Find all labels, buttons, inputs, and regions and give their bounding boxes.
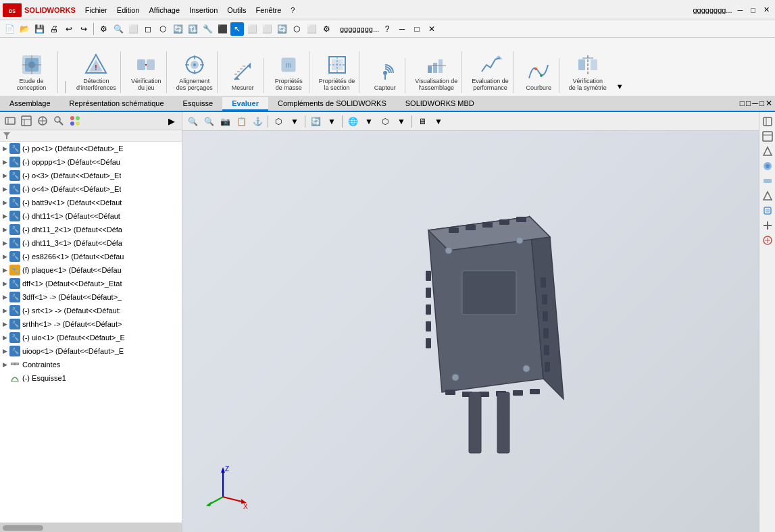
lp-icon1[interactable] bbox=[3, 113, 18, 128]
tab-minimize[interactable]: ─ bbox=[752, 99, 758, 108]
tab-complements[interactable]: Compléments de SOLIDWORKS bbox=[268, 97, 396, 111]
tab-mbd[interactable]: SOLIDWORKS MBD bbox=[396, 97, 484, 111]
qa-save[interactable]: 💾 bbox=[32, 22, 46, 36]
vp-rotate[interactable]: 🔄 bbox=[308, 114, 323, 129]
vp-icon3[interactable]: ▼ bbox=[324, 114, 339, 129]
lp-expand[interactable]: ▶ bbox=[164, 113, 179, 128]
menu-fenetre[interactable]: Fenêtre bbox=[251, 5, 285, 16]
minimize-btn[interactable]: ─ bbox=[735, 6, 746, 14]
tab-representation[interactable]: Représentation schématique bbox=[60, 97, 174, 111]
menu-insertion[interactable]: Insertion bbox=[185, 5, 222, 16]
qa-min2[interactable]: ─ bbox=[395, 22, 409, 36]
rs-icon7[interactable] bbox=[761, 204, 774, 217]
tab-assemblage[interactable]: Assemblage bbox=[0, 97, 60, 111]
qa-max2[interactable]: □ bbox=[410, 22, 424, 36]
tab-close[interactable]: ✕ bbox=[766, 99, 772, 108]
vp-icon1[interactable]: ⬡ bbox=[271, 114, 286, 129]
vp-monitor[interactable]: 🖥 bbox=[415, 114, 430, 129]
rs-icon2[interactable] bbox=[761, 130, 774, 143]
qa-3d1[interactable]: ⬜ bbox=[126, 22, 140, 36]
tab-restore[interactable]: □ bbox=[759, 99, 764, 108]
rs-icon4[interactable] bbox=[761, 159, 774, 173]
rs-icon9[interactable] bbox=[761, 234, 774, 247]
lp-icon4[interactable] bbox=[51, 113, 66, 128]
capteur-icon[interactable] bbox=[373, 59, 397, 84]
lp-icon2[interactable] bbox=[19, 113, 34, 128]
lp-icon3[interactable] bbox=[35, 113, 50, 128]
tree-item-es8266[interactable]: ▶ 🔧 (-) es8266<1> (Défaut<<Défau bbox=[0, 250, 182, 263]
vp-cam[interactable]: 📷 bbox=[218, 114, 232, 129]
vp-search2[interactable]: 🔍 bbox=[201, 114, 216, 129]
vp-icon2[interactable]: ▼ bbox=[287, 114, 302, 129]
verisym-icon[interactable] bbox=[576, 53, 600, 77]
rs-icon6[interactable] bbox=[761, 189, 774, 203]
tree-item-uio[interactable]: ▶ 🔧 (-) uio<1> (Défaut<<Défaut>_E bbox=[0, 331, 182, 344]
vp-globe[interactable]: 🌐 bbox=[345, 114, 360, 129]
qa-undo[interactable]: ↩ bbox=[62, 22, 76, 36]
tree-item-dff[interactable]: ▶ 🔧 dff<1> (Défaut<<Défaut>_Etat bbox=[0, 277, 182, 290]
mesurer-icon[interactable] bbox=[230, 59, 255, 84]
tree-item-contraintes[interactable]: ▶ Contraintes bbox=[0, 358, 182, 371]
qa-3d13[interactable]: ⚙ bbox=[320, 22, 333, 36]
tree-item-uioop[interactable]: ▶ 🔧 uioop<1> (Défaut<<Défaut>_E bbox=[0, 344, 182, 358]
qa-3d6[interactable]: 🔧 bbox=[201, 22, 214, 36]
qa-3d8[interactable]: ⬜ bbox=[245, 22, 259, 36]
qa-3d5[interactable]: 🔃 bbox=[186, 22, 199, 36]
qa-3d10[interactable]: 🔄 bbox=[275, 22, 289, 36]
menu-outils[interactable]: Outils bbox=[223, 5, 250, 16]
vp-icon4[interactable]: ▼ bbox=[361, 114, 376, 129]
evaluation-icon[interactable] bbox=[478, 53, 503, 77]
vp-render[interactable]: ⬡ bbox=[378, 114, 393, 129]
qa-3d12[interactable]: ⬜ bbox=[305, 22, 318, 36]
qa-open[interactable]: 📂 bbox=[18, 22, 31, 36]
tree-item-o3[interactable]: ▶ 🔧 (-) o<3> (Défaut<<Défaut>_Et bbox=[0, 169, 182, 182]
tree-item-srthh[interactable]: ▶ 🔧 srthh<1> -> (Défaut<<Défaut> bbox=[0, 317, 182, 331]
qa-print[interactable]: 🖨 bbox=[47, 22, 61, 36]
qa-3d3[interactable]: ⬡ bbox=[156, 22, 170, 36]
tab-expand1[interactable]: □ bbox=[740, 99, 745, 108]
tree-content[interactable]: ▶ 🔧 (-) po<1> (Défaut<<Défaut>_E ▶ 🔧 (-)… bbox=[0, 142, 182, 523]
qa-zoom[interactable]: 🔍 bbox=[111, 22, 125, 36]
maximize-btn[interactable]: □ bbox=[748, 6, 758, 14]
tree-item-dht11_2[interactable]: ▶ 🔧 (-) dht11_2<1> (Défaut<<Défa bbox=[0, 223, 182, 236]
visualisation-icon[interactable] bbox=[424, 53, 449, 77]
tree-item-esquisse1[interactable]: (-) Esquisse1 bbox=[0, 371, 182, 385]
qa-arrow[interactable]: ↖ bbox=[230, 22, 244, 36]
qa-3d7[interactable]: ⬛ bbox=[216, 22, 229, 36]
tab-esquisse[interactable]: Esquisse bbox=[174, 97, 223, 111]
courbure-icon[interactable] bbox=[526, 59, 551, 84]
vp-icon5[interactable]: ▼ bbox=[394, 114, 409, 129]
qa-3d9[interactable]: ⬜ bbox=[260, 22, 274, 36]
tree-item-dht11_3[interactable]: ▶ 🔧 (-) dht11_3<1> (Défaut<<Défa bbox=[0, 236, 182, 250]
tab-expand2[interactable]: □ bbox=[746, 99, 751, 108]
rs-icon3[interactable] bbox=[761, 144, 774, 158]
tree-item-srt[interactable]: ▶ 🔧 (-) srt<1> -> (Défaut<<Défaut: bbox=[0, 304, 182, 317]
rs-icon8[interactable] bbox=[761, 219, 774, 232]
tree-item-opppp1[interactable]: ▶ 🔧 (-) opppp<1> (Défaut<<Défau bbox=[0, 155, 182, 169]
detection-icon[interactable]: ! bbox=[84, 53, 108, 77]
vp-list[interactable]: 📋 bbox=[234, 114, 249, 129]
qa-close2[interactable]: ✕ bbox=[425, 22, 439, 36]
vp-icon6[interactable]: ▼ bbox=[431, 114, 446, 129]
menu-edition[interactable]: Edition bbox=[113, 5, 144, 16]
menu-affichage[interactable]: Affichage bbox=[145, 5, 184, 16]
qa-3d11[interactable]: ⬡ bbox=[290, 22, 303, 36]
masse-icon[interactable]: m bbox=[276, 53, 301, 77]
ribbon-expand[interactable]: ▼ bbox=[616, 82, 624, 93]
alignement-icon[interactable] bbox=[182, 53, 207, 77]
model-area[interactable]: Z X bbox=[182, 131, 759, 532]
lp-color[interactable] bbox=[68, 113, 82, 128]
menu-fichier[interactable]: Fichier bbox=[81, 5, 111, 16]
menu-help[interactable]: ? bbox=[286, 5, 299, 16]
tree-item-plaque[interactable]: ▶ 🔧 (f) plaque<1> (Défaut<<Défau bbox=[0, 263, 182, 277]
tab-evaluer[interactable]: Evaluer bbox=[222, 97, 268, 111]
qa-redo[interactable]: ↪ bbox=[77, 22, 91, 36]
left-panel-hscrollbar[interactable] bbox=[0, 523, 182, 532]
rs-icon5[interactable] bbox=[761, 174, 774, 188]
qa-new[interactable]: 📄 bbox=[3, 22, 16, 36]
qa-3d4[interactable]: 🔄 bbox=[171, 22, 184, 36]
tree-item-po1[interactable]: ▶ 🔧 (-) po<1> (Défaut<<Défaut>_E bbox=[0, 142, 182, 155]
close-btn[interactable]: ✕ bbox=[761, 5, 772, 14]
qa-3d2[interactable]: ◻ bbox=[141, 22, 155, 36]
tree-item-o4[interactable]: ▶ 🔧 (-) o<4> (Défaut<<Défaut>_Et bbox=[0, 182, 182, 196]
